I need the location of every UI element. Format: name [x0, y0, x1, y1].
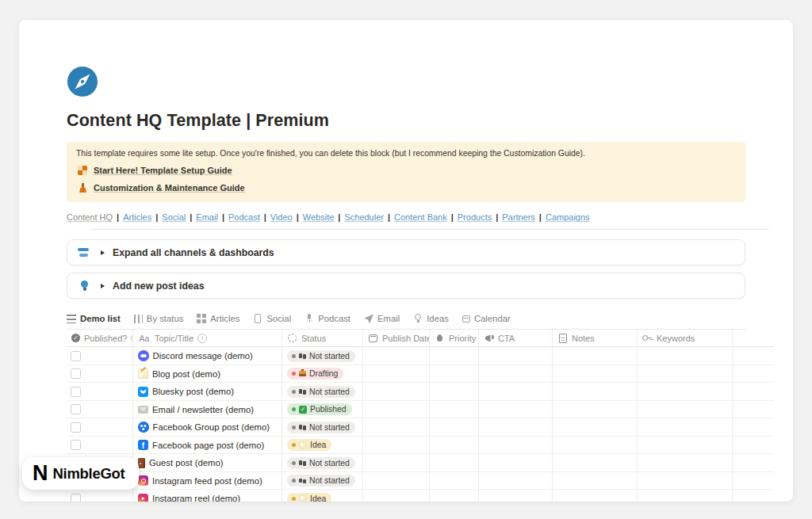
status-cell[interactable]: Not started [282, 383, 363, 400]
guide-link-row[interactable]: Customization & Maintenance Guide [78, 183, 736, 193]
column-header[interactable]: Keywords [638, 330, 733, 346]
cta-cell[interactable] [479, 418, 553, 436]
nav-link[interactable]: Scheduler [344, 212, 384, 222]
priority-cell[interactable] [430, 401, 479, 418]
notes-cell[interactable] [553, 454, 638, 471]
row-title[interactable]: Instagram feed post (demo) [152, 476, 262, 486]
status-cell[interactable]: Not started [282, 472, 363, 490]
notes-cell[interactable] [553, 401, 638, 418]
publish-date-cell[interactable] [363, 454, 430, 471]
published-cell[interactable] [67, 401, 133, 418]
nav-link[interactable]: Products [458, 212, 492, 222]
status-cell[interactable]: Not started [282, 454, 363, 471]
priority-cell[interactable] [430, 418, 479, 436]
priority-cell[interactable] [430, 454, 479, 471]
keywords-cell[interactable] [638, 365, 733, 383]
status-cell[interactable]: Idea [282, 437, 363, 454]
title-cell[interactable]: Facebook page post (demo) [133, 437, 282, 454]
status-pill[interactable]: Published [287, 403, 352, 415]
nav-link[interactable]: Campaigns [546, 212, 590, 222]
view-tab[interactable]: Articles [197, 314, 239, 323]
guide-link-row[interactable]: Start Here! Template Setup Guide [78, 166, 736, 175]
nav-item[interactable]: Social | [162, 212, 196, 222]
cta-cell[interactable] [479, 365, 553, 383]
publish-date-cell[interactable] [363, 347, 430, 364]
row-title[interactable]: Discord message (demo) [153, 351, 253, 361]
table-row[interactable]: Discord message (demo) Not started [67, 347, 774, 365]
nav-item[interactable]: Podcast | [228, 212, 270, 222]
nav-link[interactable]: Social [162, 212, 186, 222]
table-row[interactable]: Guest post (demo) Not started [67, 454, 774, 472]
title-cell[interactable]: Instagram reel (demo) [133, 490, 282, 502]
nav-item[interactable]: Campaigns | [546, 212, 590, 222]
nav-item[interactable]: Scheduler | [344, 212, 394, 222]
checkbox[interactable] [71, 387, 81, 397]
priority-cell[interactable] [430, 437, 479, 454]
nav-link[interactable]: Website [303, 212, 335, 222]
status-pill[interactable]: Not started [287, 475, 355, 487]
table-row[interactable]: Email / newsletter (demo) Published [67, 401, 774, 419]
checkbox[interactable] [71, 351, 81, 361]
priority-cell[interactable] [430, 490, 479, 502]
cta-cell[interactable] [479, 454, 553, 471]
notes-cell[interactable] [553, 383, 638, 400]
publish-date-cell[interactable] [363, 418, 430, 436]
published-cell[interactable] [67, 365, 133, 383]
nav-link[interactable]: Partners [502, 212, 535, 222]
publish-date-cell[interactable] [363, 383, 430, 400]
toggle-block[interactable]: Add new post ideas [67, 273, 745, 299]
status-cell[interactable]: Not started [282, 347, 363, 364]
cta-cell[interactable] [479, 490, 553, 502]
publish-date-cell[interactable] [363, 401, 430, 418]
view-tab[interactable]: Email [364, 314, 400, 323]
keywords-cell[interactable] [638, 454, 733, 471]
status-cell[interactable]: Published [282, 401, 363, 418]
cta-cell[interactable] [479, 437, 553, 454]
nav-link[interactable]: Podcast [228, 212, 260, 222]
cta-cell[interactable] [479, 347, 553, 364]
column-header[interactable]: Publish Date [363, 330, 430, 346]
nav-item[interactable]: Products | [458, 212, 503, 222]
row-title[interactable]: Facebook Group post (demo) [153, 422, 270, 432]
keywords-cell[interactable] [638, 472, 733, 490]
notes-cell[interactable] [553, 472, 638, 490]
view-tab[interactable]: Ideas [413, 314, 449, 323]
compass-page-icon[interactable] [67, 66, 98, 97]
status-pill[interactable]: Drafting [287, 368, 343, 380]
title-cell[interactable]: Blog post (demo) [133, 365, 282, 383]
row-title[interactable]: Facebook page post (demo) [152, 441, 264, 450]
nav-link[interactable]: Content HQ [67, 212, 113, 222]
nav-item[interactable]: Video | [270, 212, 303, 222]
info-icon[interactable] [197, 334, 207, 343]
checkbox[interactable] [71, 440, 81, 450]
row-title[interactable]: Bluesky post (demo) [152, 387, 234, 396]
nav-link[interactable]: Email [196, 212, 218, 222]
nav-item[interactable]: Content Bank | [394, 212, 458, 222]
title-cell[interactable]: Bluesky post (demo) [133, 383, 282, 400]
nav-item[interactable]: Articles | [123, 212, 162, 222]
nav-link[interactable]: Video [270, 212, 293, 222]
row-title[interactable]: Instagram reel (demo) [152, 494, 240, 502]
table-row[interactable]: Facebook page post (demo) Idea [67, 437, 774, 455]
table-row[interactable]: Blog post (demo) Drafting [67, 365, 774, 384]
status-cell[interactable]: Idea [282, 490, 363, 502]
keywords-cell[interactable] [638, 401, 733, 418]
status-pill[interactable]: Not started [287, 457, 355, 469]
priority-cell[interactable] [430, 347, 479, 364]
toggle-arrow-icon[interactable] [101, 284, 105, 288]
checkbox[interactable] [71, 368, 81, 379]
guide-link[interactable]: Start Here! Template Setup Guide [94, 166, 232, 175]
publish-date-cell[interactable] [363, 365, 430, 383]
view-tab[interactable]: Social [253, 314, 291, 323]
cta-cell[interactable] [479, 472, 553, 490]
published-cell[interactable] [67, 418, 133, 436]
status-cell[interactable]: Drafting [282, 365, 363, 383]
table-row[interactable]: Instagram reel (demo) Idea [67, 490, 774, 502]
nav-link[interactable]: Content Bank [394, 212, 447, 222]
view-tab[interactable]: Podcast [304, 314, 350, 323]
published-cell[interactable] [67, 437, 133, 454]
guide-link[interactable]: Customization & Maintenance Guide [94, 183, 245, 193]
title-cell[interactable]: Email / newsletter (demo) [133, 401, 282, 418]
column-header[interactable]: Topic/Title [133, 330, 282, 346]
notes-cell[interactable] [553, 490, 638, 502]
